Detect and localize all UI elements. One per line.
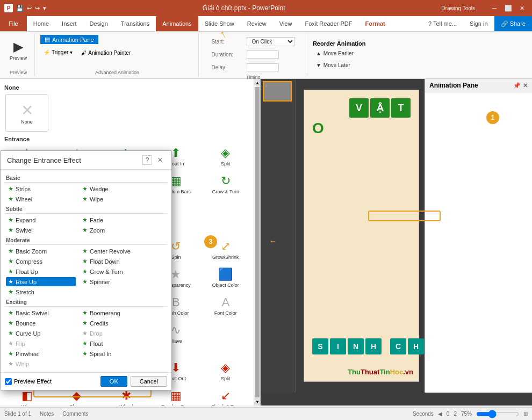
effect-strips[interactable]: ★Strips bbox=[6, 184, 76, 193]
effect-floatup[interactable]: ★Float Up bbox=[6, 267, 76, 276]
effect-basiczoom[interactable]: ★Basic Zoom bbox=[6, 247, 76, 256]
effect-spinner[interactable]: ★Spinner bbox=[80, 277, 150, 286]
dialog-title-bar: Change Entrance Effect ? ✕ bbox=[1, 151, 171, 170]
preview-check[interactable]: Preview Effect bbox=[5, 378, 52, 385]
effect-fade[interactable]: ★Fade bbox=[80, 215, 150, 225]
moderate-row-4: ★Rise Up ★Spinner bbox=[5, 277, 167, 287]
moderate-row-5: ★Stretch bbox=[5, 287, 167, 297]
subtle-row-2: ★Swivel ★Zoom bbox=[5, 225, 167, 235]
tab-foxit[interactable]: Foxit Reader PDF bbox=[298, 16, 358, 31]
preview-button[interactable]: ▶ Preview bbox=[6, 35, 30, 65]
anim-shrinkturn[interactable]: ↙Shrink & Tu... bbox=[202, 386, 249, 405]
ribbon-group-timing: Start: On Click Duration: Delay: Timing bbox=[200, 34, 307, 76]
tab-transitions[interactable]: Transitions bbox=[114, 16, 156, 31]
effect-pinwheel[interactable]: ★Pinwheel bbox=[6, 349, 76, 358]
trigger-button[interactable]: ⚡ Trigger ▾ bbox=[40, 48, 76, 56]
tab-tellme[interactable]: ? Tell me... bbox=[422, 16, 463, 31]
wipe-star: ★ bbox=[82, 195, 88, 202]
animation-pane-button[interactable]: ▤ Animation Pane bbox=[40, 35, 98, 44]
preview-checkbox[interactable] bbox=[5, 378, 12, 385]
zoom-slider[interactable] bbox=[476, 410, 519, 418]
ok-button[interactable]: OK bbox=[100, 376, 127, 387]
drop-star: ★ bbox=[82, 330, 88, 337]
animation-none[interactable]: ✕ None bbox=[5, 94, 48, 132]
effect-riseup[interactable]: ★Rise Up bbox=[6, 277, 76, 286]
effect-wheel[interactable]: ★Wheel bbox=[6, 194, 76, 204]
slide-thumb-1[interactable]: 1 bbox=[263, 81, 292, 102]
effect-growturn[interactable]: ★Grow & Turn bbox=[80, 267, 150, 276]
scroll-up-button[interactable]: ▲ bbox=[254, 79, 261, 86]
tab-design[interactable]: Design bbox=[83, 16, 114, 31]
restore-button[interactable]: ⬜ bbox=[503, 3, 514, 13]
exciting-row-3: ★Curve Up ★Drop bbox=[5, 328, 167, 338]
quick-access-customize[interactable]: ▾ bbox=[43, 5, 46, 12]
anim-pane-pin[interactable]: 📌 bbox=[513, 82, 521, 89]
tab-view[interactable]: View bbox=[273, 16, 299, 31]
move-later-button[interactable]: ▼ Move Later bbox=[313, 61, 366, 70]
tab-animations[interactable]: Animations bbox=[156, 16, 198, 31]
tab-format[interactable]: Format bbox=[358, 16, 391, 31]
start-label: Start: bbox=[211, 39, 243, 45]
effect-wedge[interactable]: ★Wedge bbox=[80, 184, 150, 193]
fit-slide-button[interactable]: ⊞ bbox=[523, 411, 528, 417]
tab-signin[interactable]: Sign in bbox=[463, 16, 494, 31]
effect-compress[interactable]: ★Compress bbox=[6, 257, 76, 266]
effect-boomerang[interactable]: ★Boomerang bbox=[80, 308, 150, 317]
effect-flip[interactable]: ★Flip bbox=[6, 339, 76, 348]
quick-access-undo[interactable]: ↩ bbox=[27, 5, 32, 12]
effect-wipe[interactable]: ★Wipe bbox=[80, 194, 150, 204]
comments-button[interactable]: Comments bbox=[62, 411, 88, 417]
effect-floatdown[interactable]: ★Float Down bbox=[80, 257, 150, 266]
delay-input[interactable] bbox=[247, 63, 279, 71]
effect-zoom[interactable]: ★Zoom bbox=[80, 226, 150, 235]
start-dropdown[interactable]: On Click bbox=[247, 37, 295, 46]
effect-spiralin[interactable]: ★Spiral In bbox=[80, 349, 150, 358]
effect-credits[interactable]: ★Credits bbox=[80, 318, 150, 328]
quick-access-save[interactable]: 💾 bbox=[16, 5, 24, 12]
swivel-star: ★ bbox=[8, 227, 13, 234]
tab-share[interactable]: 🔗 Share bbox=[494, 16, 532, 31]
tab-review[interactable]: Review bbox=[241, 16, 273, 31]
effect-float[interactable]: ★Float bbox=[80, 339, 150, 348]
scroll-bar[interactable]: ▲ ▼ bbox=[254, 79, 260, 405]
duration-input[interactable] bbox=[247, 50, 279, 59]
prev-anim-button[interactable]: ◀ bbox=[438, 411, 442, 417]
effect-curveup[interactable]: ★Curve Up bbox=[6, 329, 76, 338]
fade-star: ★ bbox=[82, 216, 88, 223]
anim-exit-split[interactable]: ◈Split bbox=[202, 358, 249, 384]
anim-fontcolor[interactable]: AFont Color bbox=[202, 293, 249, 318]
effect-basicswivel[interactable]: ★Basic Swivel bbox=[6, 308, 76, 317]
cancel-button[interactable]: Cancel bbox=[131, 376, 167, 387]
close-button[interactable]: ✕ bbox=[517, 3, 528, 13]
vat-word: V Ậ T bbox=[349, 98, 411, 118]
effect-drop[interactable]: ★Drop bbox=[80, 329, 150, 338]
effect-stretch[interactable]: ★Stretch bbox=[6, 287, 76, 296]
anim-pane-close[interactable]: ✕ bbox=[523, 82, 528, 89]
minimize-button[interactable]: ─ bbox=[489, 3, 500, 13]
dialog-help-button[interactable]: ? bbox=[142, 155, 152, 165]
scroll-down-button[interactable]: ▼ bbox=[254, 398, 261, 405]
scroll-thumb[interactable] bbox=[255, 87, 260, 397]
effect-swivel[interactable]: ★Swivel bbox=[6, 226, 76, 235]
effect-centerrevolve[interactable]: ★Center Revolve bbox=[80, 247, 150, 256]
tab-file[interactable]: File bbox=[0, 16, 27, 31]
title-bar: P 💾 ↩ ↪ ▾ Giải ô chữ.pptx - PowerPoint D… bbox=[0, 0, 532, 16]
effect-expand[interactable]: ★Expand bbox=[6, 215, 76, 225]
anim-split[interactable]: ◈Split bbox=[202, 143, 249, 169]
anim-growturn[interactable]: ↻Grow & Turn bbox=[202, 171, 249, 197]
effect-bounce[interactable]: ★Bounce bbox=[6, 318, 76, 328]
dialog-close-button[interactable]: ✕ bbox=[155, 155, 165, 165]
anim-objectcolor[interactable]: 🟦Object Color bbox=[202, 265, 249, 291]
animation-painter-button[interactable]: 🖌 Animation Painter bbox=[78, 49, 134, 57]
effect-whip[interactable]: ★Whip bbox=[6, 359, 76, 368]
drawing-tools-label: Drawing Tools bbox=[441, 5, 475, 11]
status-right: Seconds ◀ 0 2 75% ⊞ bbox=[413, 410, 528, 418]
tab-insert[interactable]: Insert bbox=[55, 16, 83, 31]
tab-home[interactable]: Home bbox=[27, 16, 55, 31]
letter-o: O bbox=[312, 120, 324, 137]
notes-button[interactable]: Notes bbox=[40, 411, 54, 417]
move-earlier-button[interactable]: ▲ Move Earlier bbox=[313, 49, 366, 59]
preview-label: Preview Effect bbox=[14, 378, 52, 385]
quick-access-redo[interactable]: ↪ bbox=[35, 5, 40, 12]
delay-label: Delay: bbox=[211, 64, 243, 70]
